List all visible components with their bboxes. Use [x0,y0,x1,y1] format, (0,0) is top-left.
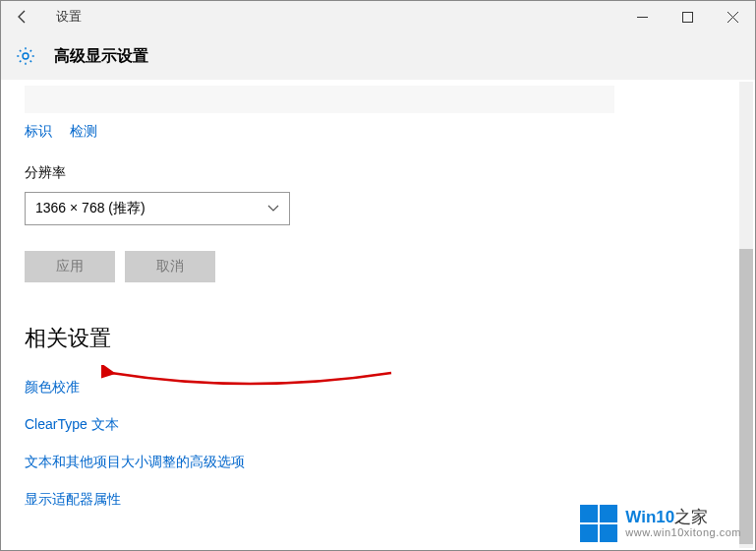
window-title: 设置 [44,8,82,26]
watermark-url: www.win10xitong.com [625,526,741,538]
cancel-button[interactable]: 取消 [125,251,215,282]
gear-icon [15,45,36,67]
related-settings-title: 相关设置 [25,324,731,353]
button-row: 应用 取消 [25,251,731,282]
identify-link[interactable]: 标识 [25,123,52,141]
cleartype-link[interactable]: ClearType 文本 [25,416,731,434]
content: 标识 检测 分辨率 1366 × 768 (推荐) 应用 取消 相关设置 颜色校… [1,86,755,550]
apply-button[interactable]: 应用 [25,251,115,282]
resolution-dropdown[interactable]: 1366 × 768 (推荐) [25,192,290,225]
svg-point-4 [23,53,29,59]
page-title: 高级显示设置 [54,46,148,67]
scrollbar-thumb[interactable] [739,249,753,544]
color-calibration-link[interactable]: 颜色校准 [25,379,731,397]
watermark-brand-suffix: 之家 [674,508,708,526]
display-preview-box [25,86,614,113]
chevron-down-icon [267,203,279,214]
resolution-value: 1366 × 768 (推荐) [35,200,145,217]
arrow-left-icon [15,9,30,25]
close-button[interactable] [710,1,755,32]
minimize-button[interactable] [619,1,665,32]
minimize-icon [637,12,648,23]
text-scaling-link[interactable]: 文本和其他项目大小调整的高级选项 [25,454,731,471]
maximize-icon [682,12,693,23]
titlebar: 设置 [1,1,755,32]
scrollbar-track[interactable] [739,82,753,548]
watermark: Win10之家 www.win10xitong.com [580,505,741,542]
display-action-links: 标识 检测 [25,123,731,141]
watermark-text: Win10之家 www.win10xitong.com [625,509,741,539]
svg-rect-1 [682,12,692,22]
resolution-label: 分辨率 [25,164,731,182]
watermark-brand: Win10之家 [625,509,741,527]
content-wrap: 标识 检测 分辨率 1366 × 768 (推荐) 应用 取消 相关设置 颜色校… [1,80,755,550]
page-header: 高级显示设置 [1,32,755,80]
maximize-button[interactable] [665,1,710,32]
detect-link[interactable]: 检测 [70,123,97,141]
back-button[interactable] [1,1,44,32]
close-icon [727,12,738,23]
windows-logo-icon [580,505,617,542]
watermark-brand-prefix: Win10 [625,508,674,526]
